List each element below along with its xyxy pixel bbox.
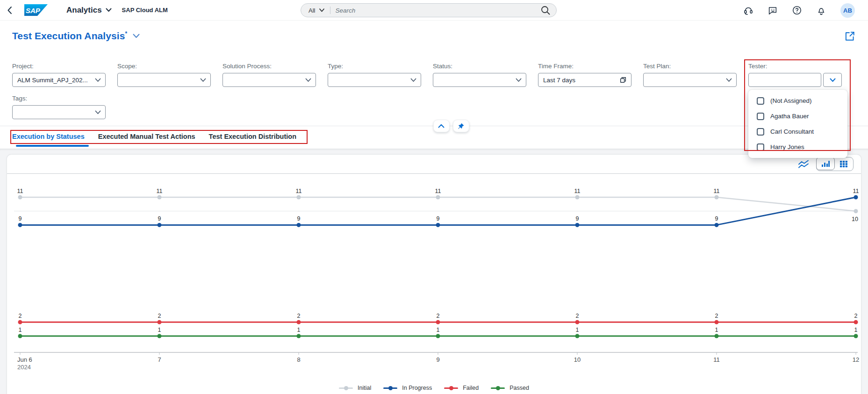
svg-text:9: 9 [297,215,301,222]
content-background: Jun 620247891011121111111111111099999911… [0,149,868,394]
search-icon[interactable] [540,5,551,15]
chart-card: Jun 620247891011121111111111111099999911… [7,154,861,394]
page-title: Test Execution Analysis* [12,30,127,42]
svg-text:11: 11 [713,356,720,363]
notifications-bell-icon[interactable] [816,5,826,15]
solution-process-select[interactable] [222,73,316,87]
svg-text:9: 9 [436,356,439,363]
svg-text:1: 1 [854,327,858,333]
option-label: Harry Jones [770,143,804,150]
unsaved-marker: * [125,30,128,37]
help-icon[interactable] [792,5,802,15]
legend-item-passed[interactable]: Passed [491,385,529,391]
tab-executed-manual-test-actions[interactable]: Executed Manual Test Actions [98,131,195,140]
product-switcher[interactable]: Analytics [66,6,112,15]
tester-option-not-assigned[interactable]: (Not Assigned) [748,93,847,108]
global-search[interactable]: All [301,3,557,17]
filter-time-frame: Time Frame: Last 7 days [538,63,631,87]
svg-text:2: 2 [854,313,858,319]
checkbox[interactable] [757,128,764,136]
tags-select[interactable] [12,105,106,119]
filter-label: Status: [433,63,526,71]
value-help-icon[interactable] [619,76,627,84]
filter-project: Project: ALM Summit_APJ_202... [12,63,106,87]
svg-text:2: 2 [576,313,579,319]
back-chevron-icon [7,6,12,14]
svg-text:7: 7 [158,356,161,363]
legend-item-initial[interactable]: Initial [339,385,371,391]
filter-label: Project: [12,63,106,71]
user-avatar[interactable]: AB [840,3,855,18]
svg-text:11: 11 [17,188,23,194]
project-value: ALM Summit_APJ_202... [17,77,95,84]
chevron-down-icon [200,77,206,83]
status-select[interactable] [433,73,526,87]
svg-text:1: 1 [437,327,440,333]
filter-label: Time Frame: [538,63,631,71]
type-select[interactable] [328,73,421,87]
svg-text:9: 9 [576,215,579,222]
svg-text:1: 1 [297,327,301,333]
checkbox[interactable] [757,97,764,105]
tester-option-carl-consultant[interactable]: Carl Consultant [748,124,847,139]
tab-execution-by-statuses[interactable]: Execution by Statuses [12,131,85,140]
filter-solution-process: Solution Process: [222,63,316,87]
legend-marker [339,386,353,390]
chart-tabs: Execution by Statuses Executed Manual Te… [12,131,310,148]
tester-input[interactable] [748,73,821,87]
checkbox[interactable] [757,143,764,151]
title-chevron-down-icon[interactable] [133,34,140,38]
tester-combobox [748,73,842,87]
chevron-up-icon [438,124,445,128]
legend-item-failed[interactable]: Failed [444,385,479,391]
search-scope-label: All [308,7,315,14]
legend-item-in-progress[interactable]: In Progress [383,385,432,391]
feedback-icon[interactable] [768,5,778,15]
filter-type: Type: [328,63,421,87]
svg-text:2: 2 [715,313,718,319]
time-frame-input[interactable]: Last 7 days [538,73,631,87]
checkbox[interactable] [757,113,764,120]
bar-chart-view-button[interactable] [816,157,835,170]
scope-select[interactable] [117,73,211,87]
chevron-down-icon [106,8,112,12]
legend-label: Initial [358,385,371,391]
search-scope-select[interactable]: All [308,7,324,14]
svg-text:2: 2 [297,313,301,319]
line-chart-view-button[interactable] [797,158,810,170]
tab-test-execution-distribution[interactable]: Test Execution Distribution [209,131,296,140]
svg-text:11: 11 [435,188,441,194]
chevron-down-icon [319,8,324,12]
svg-text:11: 11 [853,188,859,194]
chevron-down-icon [516,77,522,83]
svg-text:8: 8 [297,356,300,363]
svg-text:2: 2 [19,313,22,319]
svg-text:Jun 6: Jun 6 [17,356,32,363]
tester-option-harry-jones[interactable]: Harry Jones [748,139,847,155]
filter-scope: Scope: [117,63,211,87]
legend-label: Failed [463,385,479,391]
share-export-icon[interactable] [844,30,856,42]
pin-header-button[interactable] [453,120,469,132]
line-chart-icon [798,159,809,169]
filter-row-1: Project: ALM Summit_APJ_202... Scope: So… [12,63,856,87]
svg-text:1: 1 [19,327,22,333]
support-headset-icon[interactable] [743,5,753,15]
test-plan-select[interactable] [643,73,737,87]
tester-option-agatha-bauer[interactable]: Agatha Bauer [748,108,847,124]
collapse-header-button[interactable] [433,120,450,132]
time-frame-value: Last 7 days [543,77,619,84]
svg-text:2: 2 [437,313,440,319]
table-grid-icon [839,160,848,168]
tester-dropdown-button[interactable] [823,73,842,87]
project-select[interactable]: ALM Summit_APJ_202... [12,73,106,87]
shell-actions: AB [743,0,868,21]
bar-chart-icon [821,160,830,167]
legend-label: In Progress [402,385,432,391]
filter-label: Scope: [117,63,211,71]
svg-text:12: 12 [853,356,859,363]
table-view-button[interactable] [834,158,853,171]
back-button[interactable] [0,0,19,21]
search-input[interactable] [335,7,540,14]
product-name-label: Analytics [66,6,102,15]
